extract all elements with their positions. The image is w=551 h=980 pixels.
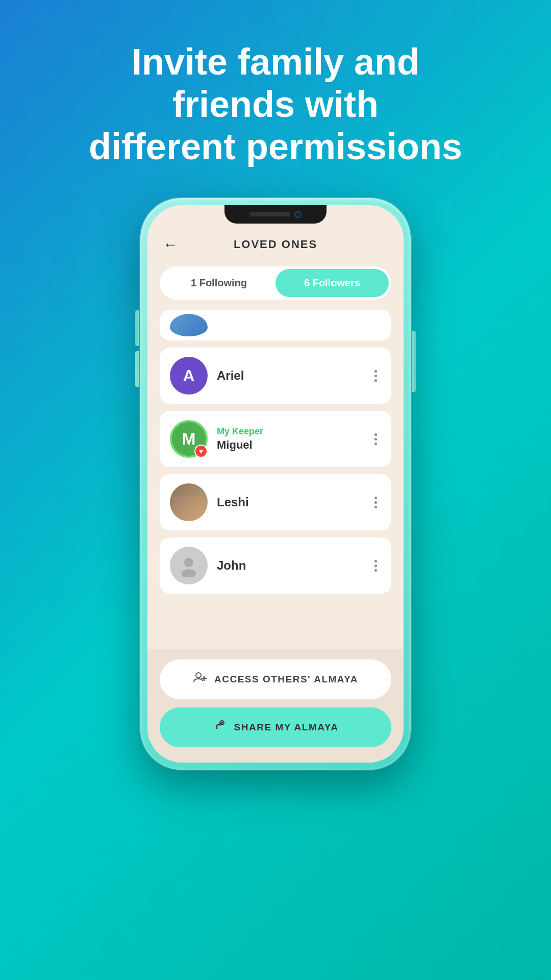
avatar-partial bbox=[170, 314, 208, 336]
screen-header: ← LOVED ONES bbox=[147, 228, 404, 261]
screen-content: ← LOVED ONES 1 Following 6 Followers bbox=[147, 205, 404, 763]
phone-screen: ← LOVED ONES 1 Following 6 Followers bbox=[147, 205, 404, 763]
item-info-leshi: Leshi bbox=[217, 495, 361, 509]
back-button[interactable]: ← bbox=[163, 236, 178, 253]
item-name-john: John bbox=[217, 558, 361, 573]
access-button-label: ACCESS OTHERS' ALMAYA bbox=[214, 674, 358, 685]
share-button-label: SHARE MY ALMAYA bbox=[234, 722, 339, 733]
headline-line1: Invite family and friends with bbox=[132, 41, 419, 125]
access-icon bbox=[193, 671, 207, 688]
svg-point-6 bbox=[221, 722, 223, 724]
tab-followers[interactable]: 6 Followers bbox=[276, 269, 389, 297]
more-button-miguel[interactable] bbox=[370, 429, 381, 449]
avatar-miguel: M ♥ bbox=[170, 420, 208, 458]
notch-speaker bbox=[249, 212, 290, 216]
phone-notch bbox=[224, 205, 327, 224]
bottom-area: ACCESS OTHERS' ALMAYA SHARE MY ALMAYA bbox=[147, 649, 404, 763]
item-name-ariel: Ariel bbox=[217, 369, 361, 383]
screen-title: LOVED ONES bbox=[234, 238, 317, 251]
more-button-john[interactable] bbox=[370, 556, 381, 576]
list-item-miguel: M ♥ My Keeper Miguel bbox=[160, 411, 391, 467]
followers-list: A Ariel M bbox=[147, 310, 404, 649]
tabs-container: 1 Following 6 Followers bbox=[160, 266, 391, 300]
headline: Invite family and friends with different… bbox=[46, 41, 505, 167]
default-avatar-icon bbox=[178, 554, 200, 577]
more-button-ariel[interactable] bbox=[370, 366, 381, 386]
phone-frame: ← LOVED ONES 1 Following 6 Followers bbox=[140, 198, 411, 770]
avatar-john bbox=[170, 547, 208, 584]
avatar-ariel: A bbox=[170, 357, 208, 395]
notch-camera bbox=[294, 211, 302, 218]
keeper-heart-icon: ♥ bbox=[194, 445, 208, 458]
list-item-john: John bbox=[160, 537, 391, 594]
item-name-leshi: Leshi bbox=[217, 495, 361, 509]
tab-following[interactable]: 1 Following bbox=[162, 269, 276, 297]
svg-point-1 bbox=[182, 569, 196, 577]
list-item-ariel: A Ariel bbox=[160, 348, 391, 404]
list-item-leshi: Leshi bbox=[160, 474, 391, 530]
list-item-partial bbox=[160, 310, 391, 340]
phone-mockup: ← LOVED ONES 1 Following 6 Followers bbox=[140, 198, 411, 770]
avatar-leshi bbox=[170, 483, 208, 521]
item-info-john: John bbox=[217, 558, 361, 573]
access-others-button[interactable]: ACCESS OTHERS' ALMAYA bbox=[160, 659, 391, 699]
more-button-leshi[interactable] bbox=[370, 493, 381, 512]
svg-point-2 bbox=[196, 673, 201, 678]
item-role-miguel: My Keeper bbox=[217, 426, 361, 437]
share-icon bbox=[213, 719, 227, 736]
item-info-miguel: My Keeper Miguel bbox=[217, 426, 361, 452]
headline-line2: different permissions bbox=[89, 126, 462, 167]
svg-point-0 bbox=[184, 558, 193, 567]
item-name-miguel: Miguel bbox=[217, 438, 361, 452]
share-almaya-button[interactable]: SHARE MY ALMAYA bbox=[160, 707, 391, 747]
item-info-ariel: Ariel bbox=[217, 369, 361, 383]
